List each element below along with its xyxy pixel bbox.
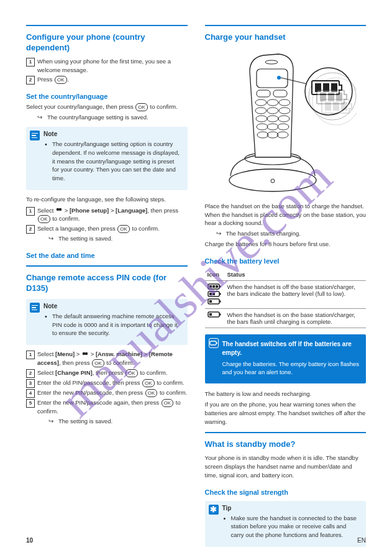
note-list: The default answering machine remote acc…: [43, 312, 183, 337]
table-header: Icon: [205, 268, 225, 281]
page-footer: 10 EN: [26, 537, 366, 544]
note-item: The default answering machine remote acc…: [43, 312, 183, 337]
table-header: Status: [225, 268, 367, 281]
body-text: Your phone is in standby mode when it is…: [205, 454, 367, 479]
note-box: Note The default answering machine remot…: [26, 299, 188, 345]
result-list: The setting is saved.: [48, 417, 188, 426]
menu-path: [Phone setup]: [70, 207, 109, 214]
svg-rect-54: [209, 313, 212, 316]
result-list: The country/language setting is saved.: [37, 113, 188, 122]
setup-steps: When using your phone for the first time…: [26, 57, 188, 85]
tip-list: Make sure the handset is connected to th…: [222, 514, 362, 539]
body-text: Place the handset on the base station to…: [205, 202, 367, 227]
footer-language: EN: [357, 537, 366, 544]
section-heading: Charge your handset: [205, 32, 367, 43]
tip-icon: ✱: [209, 505, 219, 515]
key-label: OK: [55, 76, 67, 84]
body-text: The battery is low and needs recharging.: [205, 390, 367, 398]
divider: [205, 25, 367, 26]
note-title: Note: [43, 131, 183, 137]
right-column: Charge your handset: [205, 19, 367, 552]
phone-on-charger-illustration: [205, 47, 367, 195]
result-list: The handset starts charging.: [216, 229, 367, 238]
svg-rect-43: [212, 285, 215, 288]
svg-rect-47: [209, 293, 212, 295]
menu-path: [Menu]: [55, 351, 75, 357]
key-label: OK: [142, 379, 155, 387]
key-label: OK: [145, 389, 158, 397]
section-heading: What is standby mode?: [205, 439, 367, 450]
table-cell: When the handset is off the base station…: [225, 280, 367, 308]
svg-rect-42: [209, 285, 212, 288]
warning-body: The handset switches off if the batterie…: [222, 340, 362, 358]
svg-point-0: [57, 208, 60, 211]
reconfig-steps: Select > [Phone setup] > [Language], the…: [26, 206, 188, 244]
warning-body: Charge the batteries. The empty battery …: [222, 360, 362, 377]
note-box: Note The country/language setting option…: [26, 127, 188, 190]
note-icon: [30, 303, 40, 313]
note-item: The country/language setting option is c…: [43, 140, 183, 183]
table-row: When the handset is on the base station/…: [205, 308, 367, 328]
tip-item: Make sure the handset is connected to th…: [222, 514, 362, 539]
warning-box: The handset switches off if the batterie…: [205, 334, 367, 384]
svg-rect-48: [212, 293, 215, 295]
menu-icon: [82, 352, 88, 358]
page-number: 10: [26, 537, 33, 544]
step-text: .: [68, 76, 70, 83]
divider: [26, 265, 188, 267]
key-label: OK: [135, 103, 148, 111]
battery-full-icon: [205, 280, 225, 308]
note-title: Note: [43, 303, 183, 310]
tip-title: Tip: [222, 505, 362, 511]
step-item: Enter the new PIN/passcode again, then p…: [26, 398, 188, 426]
svg-rect-38: [341, 102, 347, 111]
svg-rect-36: [325, 102, 331, 111]
step-text: Press: [37, 76, 52, 83]
svg-point-4: [229, 169, 316, 191]
svg-rect-46: [219, 293, 221, 295]
body-text: Select your country/language, then press…: [26, 103, 188, 111]
subsection-heading: Check the battery level: [205, 257, 367, 265]
result-item: The setting is saved.: [48, 234, 188, 243]
table-cell: When the handset is on the base station/…: [225, 308, 367, 328]
svg-rect-37: [333, 102, 339, 111]
result-item: The country/language setting is saved.: [37, 113, 188, 122]
svg-rect-56: [216, 342, 217, 344]
page-content: Configure your phone (country dependent)…: [0, 0, 392, 555]
result-list: The setting is saved.: [48, 234, 188, 243]
step-item: Press OK.: [26, 75, 188, 84]
menu-path: [Change PIN]: [55, 369, 93, 376]
body-text: To re-configure the language, see the fo…: [26, 195, 188, 204]
step-item: Enter the new PIN/passcode, then press O…: [26, 388, 188, 397]
svg-point-6: [271, 179, 275, 183]
divider: [26, 25, 188, 26]
step-item: When using your phone for the first time…: [26, 57, 188, 75]
key-label: OK: [125, 369, 138, 377]
battery-charging-icon: [205, 308, 225, 328]
svg-point-39: [277, 76, 281, 80]
menu-path: [Language]: [116, 207, 147, 214]
key-label: OK: [92, 359, 104, 367]
svg-rect-3: [85, 352, 88, 355]
svg-rect-53: [219, 313, 221, 315]
step-item: Select [Change PIN], then press OK to co…: [26, 369, 188, 377]
subsection-heading: Set the country/language: [26, 93, 188, 100]
pin-steps: Select [Menu] > > [Answ. machine] > [Rem…: [26, 350, 188, 425]
svg-rect-51: [209, 300, 212, 303]
svg-point-2: [83, 352, 86, 355]
divider: [205, 432, 367, 433]
svg-rect-55: [210, 341, 216, 345]
battery-empty-icon: [209, 338, 219, 348]
svg-rect-44: [216, 285, 218, 288]
table-row: When the handset is off the base station…: [205, 280, 367, 308]
svg-rect-1: [59, 208, 62, 211]
key-label: OK: [162, 399, 174, 407]
battery-level-table: Icon Status: [205, 268, 367, 328]
body-text: Charge the batteries for 8 hours before …: [205, 240, 367, 249]
note-list: The country/language setting option is c…: [43, 140, 183, 183]
menu-path: [Answ. machine]: [96, 351, 142, 357]
section-heading: Change remote access PIN code (for D135): [26, 273, 188, 294]
subsection-heading: Check the signal strength: [205, 488, 367, 496]
step-item: Select > [Phone setup] > [Language], the…: [26, 206, 188, 224]
step-item: Enter the old PIN/passcode, then press O…: [26, 378, 188, 387]
